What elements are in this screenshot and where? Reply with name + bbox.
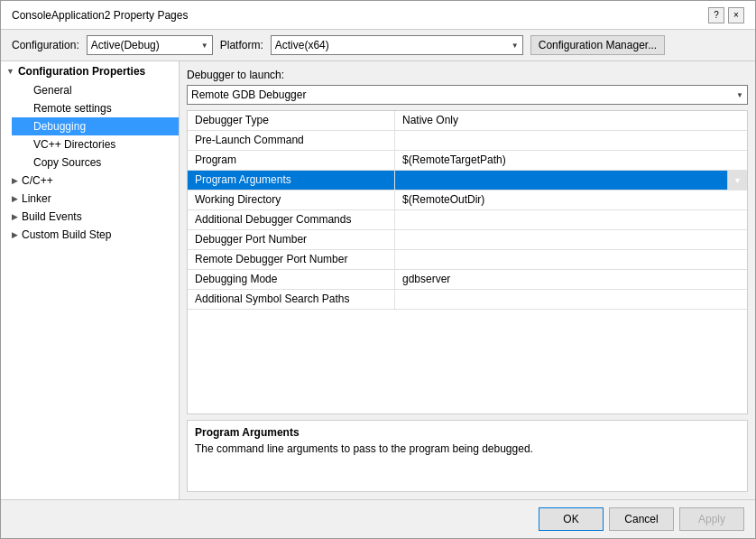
table-row[interactable]: Debugger Type Native Only: [188, 111, 747, 131]
table-row[interactable]: Working Directory $(RemoteOutDir): [188, 191, 747, 210]
table-row[interactable]: Additional Debugger Commands: [188, 210, 747, 230]
content-area: Debugger to launch: Remote GDB Debugger …: [180, 61, 755, 499]
sidebar-item-remote-settings[interactable]: Remote settings: [12, 99, 179, 117]
sidebar-item-general[interactable]: General: [12, 81, 179, 99]
prop-value: [395, 250, 747, 269]
build-events-expand-icon: ▶: [12, 212, 18, 221]
config-row: Configuration: Active(Debug) ▼ Platform:…: [1, 30, 755, 61]
sidebar-root-label: Configuration Properties: [18, 65, 145, 78]
prop-value: $(RemoteTargetPath): [395, 151, 747, 170]
prop-name: Program: [188, 151, 395, 170]
linker-label: Linker: [22, 192, 51, 205]
sidebar-root[interactable]: ▼ Configuration Properties: [1, 61, 179, 81]
sidebar-item-linker[interactable]: ▶ Linker: [1, 190, 179, 208]
platform-label: Platform:: [220, 39, 263, 51]
cpp-label: C/C++: [22, 174, 53, 187]
prop-value: $(RemoteOutDir): [395, 191, 747, 209]
table-row[interactable]: Remote Debugger Port Number: [188, 250, 747, 270]
dialog: ConsoleApplication2 Property Pages ? × C…: [0, 0, 756, 539]
config-dropdown-arrow: ▼: [201, 42, 208, 50]
cancel-button[interactable]: Cancel: [609, 507, 674, 531]
prop-value: gdbserver: [395, 270, 747, 289]
prop-value: [395, 131, 747, 150]
platform-dropdown[interactable]: Active(x64) ▼: [271, 35, 523, 55]
description-title: Program Arguments: [195, 426, 740, 439]
dialog-title: ConsoleApplication2 Property Pages: [12, 9, 188, 22]
custom-build-label: Custom Build Step: [22, 228, 111, 241]
table-row[interactable]: Debugger Port Number: [188, 230, 747, 250]
prop-name: Debugging Mode: [188, 270, 395, 289]
footer: OK Cancel Apply: [1, 499, 755, 538]
table-row-selected[interactable]: Program Arguments ▼: [188, 171, 747, 191]
property-table: Debugger Type Native Only Pre-Launch Com…: [187, 110, 748, 414]
prop-value-container: ▼: [395, 171, 747, 190]
description-panel: Program Arguments The command line argum…: [187, 420, 748, 492]
sidebar-item-cpp[interactable]: ▶ C/C++: [1, 172, 179, 190]
debugger-dropdown[interactable]: Remote GDB Debugger ▼: [187, 85, 748, 105]
title-bar-controls: ? ×: [708, 7, 744, 23]
prop-dropdown-button[interactable]: ▼: [727, 171, 747, 190]
prop-value: [395, 210, 747, 229]
sidebar-item-build-events[interactable]: ▶ Build Events: [1, 208, 179, 226]
prop-name: Additional Symbol Search Paths: [188, 290, 395, 309]
prop-name: Remote Debugger Port Number: [188, 250, 395, 269]
linker-expand-icon: ▶: [12, 194, 18, 203]
prop-value: [395, 230, 747, 249]
description-text: The command line arguments to pass to th…: [195, 442, 740, 455]
prop-name: Working Directory: [188, 191, 395, 209]
prop-value: [395, 290, 747, 309]
platform-value: Active(x64): [275, 39, 329, 51]
config-label: Configuration:: [12, 39, 79, 51]
sidebar-item-copy-sources[interactable]: Copy Sources: [12, 153, 179, 172]
platform-dropdown-arrow: ▼: [512, 42, 519, 50]
build-events-label: Build Events: [22, 210, 82, 223]
config-value: Active(Debug): [91, 39, 160, 51]
prop-value: [395, 178, 727, 183]
prop-name: Pre-Launch Command: [188, 131, 395, 150]
table-row[interactable]: Program $(RemoteTargetPath): [188, 151, 747, 171]
prop-name: Additional Debugger Commands: [188, 210, 395, 229]
table-row[interactable]: Debugging Mode gdbserver: [188, 270, 747, 290]
prop-name: Debugger Port Number: [188, 230, 395, 249]
config-dropdown[interactable]: Active(Debug) ▼: [87, 35, 213, 55]
cpp-expand-icon: ▶: [12, 176, 18, 185]
table-row[interactable]: Additional Symbol Search Paths: [188, 290, 747, 310]
debugger-dropdown-arrow: ▼: [736, 91, 743, 99]
sidebar-item-vc-directories[interactable]: VC++ Directories: [12, 135, 179, 153]
prop-name: Debugger Type: [188, 111, 395, 130]
apply-button[interactable]: Apply: [679, 507, 744, 531]
sidebar: ▼ Configuration Properties General Remot…: [1, 61, 180, 499]
sidebar-item-custom-build[interactable]: ▶ Custom Build Step: [1, 226, 179, 244]
ok-button[interactable]: OK: [539, 507, 604, 531]
sidebar-item-debugging[interactable]: Debugging: [12, 117, 179, 135]
title-bar: ConsoleApplication2 Property Pages ? ×: [1, 1, 755, 30]
main-area: ▼ Configuration Properties General Remot…: [1, 61, 755, 499]
config-manager-button[interactable]: Configuration Manager...: [530, 35, 665, 55]
debugger-label: Debugger to launch:: [187, 69, 748, 81]
sidebar-group: General Remote settings Debugging VC++ D…: [1, 81, 179, 172]
debugger-value: Remote GDB Debugger: [191, 88, 306, 101]
prop-name: Program Arguments: [188, 171, 395, 190]
table-row[interactable]: Pre-Launch Command: [188, 131, 747, 151]
help-button[interactable]: ?: [708, 7, 724, 23]
root-expand-icon: ▼: [6, 67, 14, 76]
custom-build-expand-icon: ▶: [12, 230, 18, 239]
close-button[interactable]: ×: [728, 7, 744, 23]
prop-value: Native Only: [395, 111, 747, 130]
